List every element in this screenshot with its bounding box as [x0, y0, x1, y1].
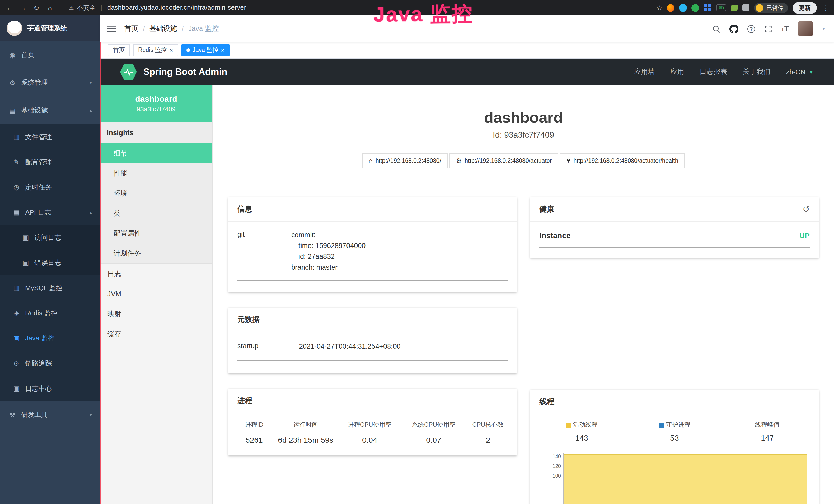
health-row-instance: Instance UP — [540, 231, 810, 248]
bookmark-star-icon[interactable]: ☆ — [656, 4, 662, 12]
user-avatar[interactable] — [798, 21, 813, 37]
sidebar-item-config[interactable]: ✎ 配置管理 — [0, 150, 100, 175]
close-icon[interactable]: × — [169, 47, 173, 53]
infrastructure-icon: ▤ — [8, 107, 17, 114]
extension-green-icon[interactable] — [692, 4, 699, 12]
sidebar-item-access-log[interactable]: ▣ 访问日志 — [0, 225, 100, 250]
access-log-icon: ▣ — [22, 234, 30, 241]
breadcrumb-infra[interactable]: 基础设施 — [150, 24, 177, 33]
browser-home-button[interactable]: ⌂ — [45, 4, 54, 12]
threads-legend: 活动线程 143 守护进程 53 线程峰值 — [535, 420, 814, 442]
address-bar[interactable]: ⚠ 不安全 | dashboard.yudao.iocoder.cn/infra… — [69, 3, 246, 12]
back-button[interactable]: ← — [5, 4, 14, 12]
tab-home[interactable]: 首页 — [108, 44, 130, 56]
tags-bar: 首页 Redis 监控 × Java 监控 × — [100, 42, 834, 59]
chevron-up-icon: ▴ — [90, 210, 92, 215]
threads-chart: 140 120 100 — [535, 449, 814, 504]
extension-on-badge[interactable]: on — [716, 4, 726, 11]
sba-nav-menu: 应用墙 应用 日志报表 关于我们 zh-CN ▼ — [634, 67, 814, 76]
sidebar-item-infra[interactable]: ▤ 基础设施 ▴ — [0, 96, 100, 124]
reload-button[interactable]: ↻ — [32, 4, 41, 12]
profile-paused-badge[interactable]: 已暂停 — [754, 3, 788, 13]
sba-nav-wallboard[interactable]: 应用墙 — [634, 67, 655, 76]
app-sidebar: 芋道管理系统 ◉ 首页 ⚙ 系统管理 ▾ ▤ 基础设施 ▴ ▥ 文件管理 — [0, 16, 100, 504]
extension-leaf-icon[interactable] — [731, 4, 738, 11]
legend-peak-threads: 线程峰值 147 — [721, 420, 814, 442]
sba-item-mappings[interactable]: 映射 — [100, 304, 212, 324]
metadata-row-startup: startup 2021-04-27T00:44:31.254+08:00 — [237, 341, 507, 361]
search-icon[interactable] — [712, 25, 720, 32]
fullscreen-icon[interactable] — [764, 25, 772, 32]
extensions-puzzle-icon[interactable] — [742, 4, 749, 11]
sidebar-item-error-log[interactable]: ▣ 错误日志 — [0, 250, 100, 275]
sba-item-metrics[interactable]: 性能 — [100, 163, 212, 183]
clock-icon: ◷ — [12, 183, 21, 191]
extension-fox-icon[interactable] — [667, 4, 675, 12]
font-size-icon[interactable]: TT — [781, 24, 789, 33]
github-icon[interactable] — [729, 24, 738, 33]
profile-avatar-icon — [756, 4, 763, 12]
sba-item-details[interactable]: 细节 — [100, 143, 212, 163]
locale-selector[interactable]: zh-CN ▼ — [786, 68, 814, 76]
sidebar-item-job[interactable]: ◷ 定时任务 — [0, 175, 100, 200]
close-icon[interactable]: × — [221, 47, 224, 53]
error-log-icon: ▣ — [22, 259, 30, 267]
app-navbar: 首页 / 基础设施 / Java 监控 ? — [100, 16, 834, 42]
sidebar-item-devtools[interactable]: ⚒ 研发工具 ▾ — [0, 401, 100, 429]
process-card: 进程 进程ID 运行时间 进程CPU使用率 系统CPU使用率 CPU核心数 — [228, 388, 517, 455]
browser-update-button[interactable]: 更新 — [793, 2, 817, 14]
browser-menu-icon[interactable]: ⋮ — [822, 4, 829, 12]
extension-drop-icon[interactable] — [679, 4, 687, 12]
health-card: 健康 ↺ Instance UP — [530, 197, 819, 258]
chevron-down-icon: ▾ — [90, 80, 92, 85]
sba-item-caches[interactable]: 缓存 — [100, 324, 212, 344]
process-table-header: 进程ID 运行时间 进程CPU使用率 系统CPU使用率 CPU核心数 — [233, 420, 512, 429]
sba-item-jvm[interactable]: JVM — [100, 284, 212, 304]
security-label[interactable]: 不安全 — [77, 3, 95, 12]
chevron-down-icon: ▾ — [90, 412, 92, 417]
breadcrumb-home[interactable]: 首页 — [124, 24, 138, 33]
health-url-link[interactable]: ♥ http://192.168.0.2:48080/actuator/heal… — [560, 153, 685, 168]
sidebar-item-trace[interactable]: ⊙ 链路追踪 — [0, 351, 100, 376]
sba-nav-journal[interactable]: 日志报表 — [700, 67, 727, 76]
sba-item-configprops[interactable]: 配置属性 — [100, 223, 212, 244]
log-icon: ▤ — [12, 208, 21, 216]
sba-item-scheduled[interactable]: 计划任务 — [100, 244, 212, 264]
navbar-actions: ? TT ▾ — [712, 21, 825, 37]
home-icon: ⌂ — [369, 157, 373, 164]
sidebar-item-file[interactable]: ▥ 文件管理 — [0, 124, 100, 150]
tab-redis[interactable]: Redis 监控 × — [133, 44, 178, 56]
extension-grid-icon[interactable] — [704, 4, 711, 12]
history-icon[interactable]: ↺ — [803, 204, 810, 214]
app-logo[interactable]: 芋道管理系统 — [0, 16, 100, 41]
hamburger-icon[interactable] — [107, 25, 116, 32]
sba-brand[interactable]: Spring Boot Admin — [120, 63, 227, 81]
legend-swatch-blue — [659, 422, 664, 428]
sidebar-item-api-log[interactable]: ▤ API 日志 ▴ — [0, 200, 100, 225]
info-card-title: 信息 — [237, 204, 252, 214]
sidebar-item-home[interactable]: ◉ 首页 — [0, 41, 100, 69]
url-text[interactable]: dashboard.yudao.iocoder.cn/infra/admin-s… — [107, 4, 246, 11]
sidebar-item-system[interactable]: ⚙ 系统管理 ▾ — [0, 69, 100, 96]
sba-item-environment[interactable]: 环境 — [100, 183, 212, 203]
sba-item-beans[interactable]: 类 — [100, 203, 212, 223]
sidebar-item-redis[interactable]: ◈ Redis 监控 — [0, 300, 100, 325]
sidebar-item-mysql[interactable]: ▦ MySQL 监控 — [0, 275, 100, 300]
forward-button[interactable]: → — [19, 4, 28, 12]
service-url-link[interactable]: ⌂ http://192.168.0.2:48080/ — [362, 153, 448, 168]
help-icon[interactable]: ? — [747, 25, 755, 32]
chevron-down-icon: ▼ — [809, 69, 814, 75]
legend-live-threads: 活动线程 143 — [535, 420, 628, 442]
sba-nav-applications[interactable]: 应用 — [671, 67, 684, 76]
browser-actions: ☆ on 已暂停 更新 ⋮ — [656, 2, 829, 14]
actuator-url-link[interactable]: ⚙ http://192.168.0.2:48080/actuator — [449, 153, 558, 168]
instance-header[interactable]: dashboard 93a3fc7f7409 — [100, 85, 212, 122]
sidebar-item-java[interactable]: ▣ Java 监控 — [0, 325, 100, 351]
avatar-caret-icon[interactable]: ▾ — [823, 26, 825, 31]
tab-java[interactable]: Java 监控 × — [181, 44, 229, 56]
sba-nav-about[interactable]: 关于我们 — [743, 67, 771, 76]
sidebar-item-log-center[interactable]: ▣ 日志中心 — [0, 376, 100, 401]
sba-item-loggers[interactable]: 日志 — [100, 264, 212, 284]
info-row-git: git commit: time: 1596289704000 id: 27aa… — [237, 230, 507, 281]
dashboard-icon: ◉ — [8, 51, 17, 59]
